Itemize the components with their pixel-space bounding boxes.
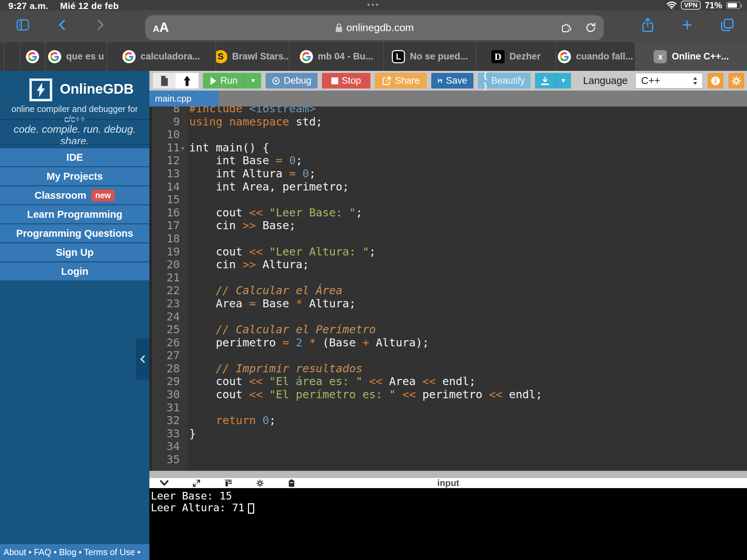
line-number: 28 [149, 362, 180, 375]
run-options-caret[interactable]: ▼ [245, 73, 261, 88]
code-line[interactable]: 26 perimetro = 2 * (Base + Altura); [149, 336, 747, 349]
code-line[interactable]: 19 cout << "Leer Altura: "; [149, 245, 747, 259]
code-text: cout << "El perímetro es: " << perimetro… [189, 388, 542, 401]
line-number: 16 [149, 206, 180, 220]
code-line[interactable]: 25 // Calcular el Perímetro [149, 323, 747, 336]
code-line[interactable]: 11▼int main() { [149, 141, 747, 155]
code-line[interactable]: 35 [149, 453, 747, 466]
stop-button[interactable]: Stop [322, 73, 370, 88]
code-line[interactable]: 32 return 0; [149, 414, 747, 427]
sidebar-collapse-handle[interactable] [136, 339, 149, 380]
address-bar[interactable]: AA onlinegdb.com [145, 15, 604, 40]
code-text: using namespace std; [189, 115, 322, 129]
fold-arrow-icon[interactable]: ▼ [181, 142, 184, 155]
code-text: return 0; [189, 414, 276, 427]
browser-tab[interactable] [0, 42, 4, 71]
new-badge: new [91, 189, 115, 202]
debug-button[interactable]: Debug [266, 73, 317, 88]
browser-tab-strip: que es ucalculadora...SBrawl Stars...mb … [0, 42, 747, 71]
browser-tab-label: cuando fall... [576, 51, 633, 62]
sidebar-footer-links[interactable]: About • FAQ • Blog • Terms of Use • [0, 544, 149, 560]
code-line[interactable]: 22 // Calcular el Área [149, 284, 747, 297]
browser-tab[interactable]: cuando fall... [556, 42, 636, 71]
sidebar-item-label: IDE [66, 152, 83, 163]
language-select[interactable]: C++ [635, 73, 703, 88]
editor-scrollbar[interactable] [149, 471, 747, 478]
code-line[interactable]: 16 cout << "Leer Base: "; [149, 206, 747, 220]
forward-button[interactable] [93, 17, 107, 32]
sidebar-item-learn-programming[interactable]: Learn Programming [0, 205, 149, 223]
code-line[interactable]: 28 // Imprimir resultados [149, 362, 747, 375]
code-line[interactable]: 12 int Base = 0; [149, 154, 747, 167]
code-line[interactable]: 21 [149, 271, 747, 284]
sidebar-item-programming-questions[interactable]: Programming Questions [0, 224, 149, 242]
sidebar-item-login[interactable]: Login [0, 262, 149, 280]
upload-button[interactable] [176, 73, 199, 88]
sidebar-item-sign-up[interactable]: Sign Up [0, 243, 149, 261]
browser-tab[interactable]: LNo se pued... [384, 42, 477, 71]
browser-tab[interactable]: mb 04 - Bu... [290, 42, 384, 71]
code-line[interactable]: 9using namespace std; [149, 115, 747, 129]
reload-icon[interactable] [584, 21, 597, 34]
code-text: } [189, 427, 196, 440]
stop-icon [331, 77, 338, 84]
browser-tab[interactable]: calculadora... [107, 42, 216, 71]
console-line: Leer Base: 15 [151, 490, 747, 502]
sidebar-item-ide[interactable]: IDE [0, 148, 149, 166]
extensions-icon[interactable] [560, 21, 573, 34]
line-number: 17 [149, 219, 180, 232]
browser-tab[interactable] [20, 42, 46, 71]
code-line[interactable]: 10 [149, 128, 747, 141]
beautify-button[interactable]: { } Beautify [478, 73, 531, 88]
download-button[interactable] [535, 73, 555, 88]
info-button[interactable] [708, 73, 723, 88]
code-line[interactable]: 14 int Area, perimetro; [149, 180, 747, 194]
ide-main: Run ▼ Debug Stop Share [149, 71, 747, 560]
share-button[interactable]: Share [375, 73, 427, 88]
code-line[interactable]: 18 [149, 232, 747, 245]
browser-tab[interactable]: xOnline C++... [636, 42, 747, 71]
settings-button[interactable] [728, 73, 744, 88]
code-line[interactable]: 17 cin >> Base; [149, 219, 747, 232]
new-file-button[interactable] [153, 73, 176, 88]
browser-tab[interactable]: que es u [46, 42, 107, 71]
line-number: 12 [149, 154, 180, 167]
sidebar-item-classroom[interactable]: Classroomnew [0, 186, 149, 204]
code-line[interactable]: 31 [149, 401, 747, 414]
download-options-caret[interactable]: ▼ [555, 73, 571, 88]
code-line[interactable]: 27 [149, 349, 747, 362]
save-button[interactable]: Save [431, 73, 473, 88]
vpn-badge: VPN [681, 1, 701, 10]
code-line[interactable]: 15 [149, 193, 747, 206]
sidebar-toggle-icon[interactable] [14, 17, 32, 32]
code-line[interactable]: 24 [149, 310, 747, 324]
run-button[interactable]: Run [203, 73, 245, 88]
code-line[interactable]: 23 Area = Base * Altura; [149, 297, 747, 310]
browser-tab[interactable]: DDezher [477, 42, 556, 71]
code-line[interactable]: 34 [149, 440, 747, 453]
code-line[interactable]: 13 int Altura = 0; [149, 167, 747, 180]
code-line[interactable]: 30 cout << "El perímetro es: " << perime… [149, 388, 747, 401]
share-icon[interactable] [640, 16, 655, 34]
browser-tab[interactable]: SBrawl Stars... [216, 42, 290, 71]
code-text: cin >> Base; [189, 219, 296, 232]
line-number: 25 [149, 323, 180, 336]
code-text: int Base = 0; [189, 154, 303, 167]
app-subtitle: online compiler and debugger for c/c++ [0, 104, 149, 124]
program-console[interactable]: Leer Base: 15Leer Altura: 71 [149, 488, 747, 560]
browser-tab[interactable] [4, 42, 20, 71]
back-button[interactable] [56, 17, 69, 32]
new-tab-button[interactable]: + [682, 18, 692, 32]
code-line[interactable]: 20 cin >> Altura; [149, 258, 747, 271]
file-tab-main-cpp[interactable]: main.cpp [149, 91, 219, 106]
code-line[interactable]: 33} [149, 427, 747, 440]
code-line[interactable]: 29 cout << "El área es: " << Area << end… [149, 375, 747, 388]
code-line[interactable]: 8#include <iostream> [149, 106, 747, 115]
sidebar-item-my-projects[interactable]: My Projects [0, 167, 149, 185]
tabs-overview-icon[interactable] [719, 17, 735, 33]
onlinegdb-logo-icon [29, 78, 52, 101]
code-editor[interactable]: 8#include <iostream>9using namespace std… [149, 106, 747, 471]
code-text: cin >> Altura; [189, 258, 309, 271]
google-favicon [558, 50, 571, 63]
code-text: cout << "Leer Altura: "; [189, 245, 376, 259]
